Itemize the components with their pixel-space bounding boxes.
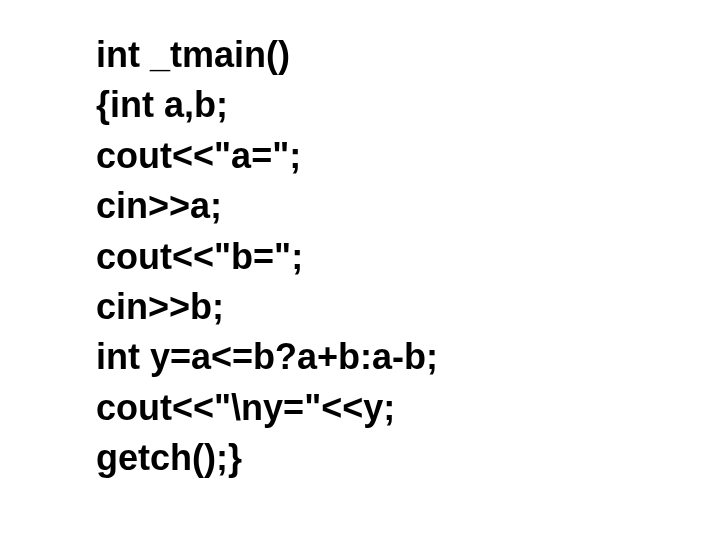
code-line-1: int _tmain(): [96, 30, 720, 80]
code-block: int _tmain() {int a,b; cout<<"a="; cin>>…: [96, 30, 720, 484]
code-line-5: cout<<"b=";: [96, 232, 720, 282]
code-line-2: {int a,b;: [96, 80, 720, 130]
code-line-7: int y=a<=b?a+b:a-b;: [96, 332, 720, 382]
code-line-8: cout<<"\ny="<<y;: [96, 383, 720, 433]
code-line-9: getch();}: [96, 433, 720, 483]
code-line-6: cin>>b;: [96, 282, 720, 332]
code-line-3: cout<<"a=";: [96, 131, 720, 181]
code-line-4: cin>>a;: [96, 181, 720, 231]
